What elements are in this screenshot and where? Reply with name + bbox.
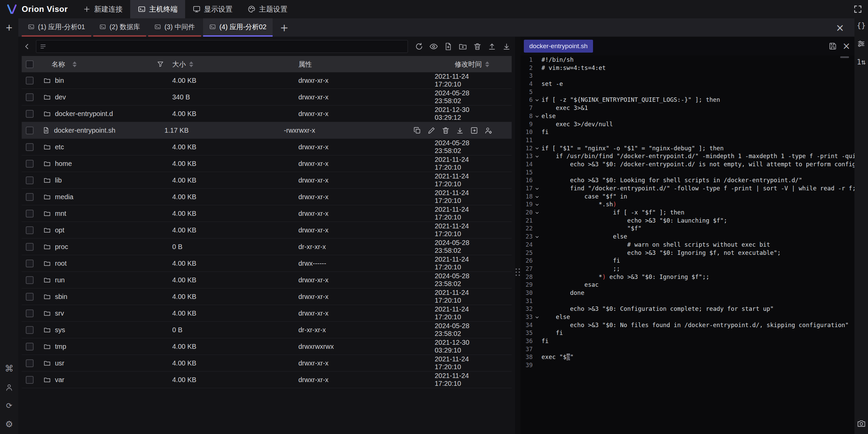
edit-icon[interactable]	[427, 126, 436, 135]
row-checkbox[interactable]	[26, 326, 34, 334]
settings-icon[interactable]: ⚙	[5, 420, 13, 429]
code-line[interactable]: 5	[520, 88, 854, 96]
code-line[interactable]: 1#!/bin/sh	[520, 56, 854, 64]
code-line[interactable]: 23 else	[520, 233, 854, 241]
row-checkbox[interactable]	[26, 176, 34, 184]
splitter-handle-icon[interactable]	[516, 268, 520, 276]
menu-theme-settings[interactable]: 主题设置	[240, 0, 295, 18]
file-row-bin[interactable]: bin4.00 KBdrwxr-xr-x2021-11-24 17:20:10	[22, 72, 512, 89]
code-line[interactable]: 15	[520, 169, 854, 177]
copy-path-icon[interactable]	[413, 126, 421, 135]
delete-icon[interactable]	[441, 126, 450, 135]
add-terminal-tab-button[interactable]: +	[275, 22, 294, 34]
row-checkbox[interactable]	[26, 276, 34, 284]
code-line[interactable]: 13 if /usr/bin/find "/docker-entrypoint.…	[520, 152, 854, 161]
fold-chevron-icon[interactable]	[533, 185, 541, 193]
row-checkbox[interactable]	[26, 77, 34, 84]
show-hidden-button[interactable]	[429, 41, 439, 52]
file-row-sbin[interactable]: sbin4.00 KBdrwxr-xr-x2021-11-24 17:20:10	[22, 288, 512, 305]
editor-close-icon[interactable]: ×	[841, 41, 852, 51]
file-row-dev[interactable]: dev340 Bdrwxr-xr-x2024-05-28 23:58:02	[22, 89, 512, 106]
fold-chevron-icon[interactable]	[533, 233, 541, 241]
file-row-proc[interactable]: proc0 Bdr-xr-xr-x2024-05-28 23:58:02	[22, 239, 512, 255]
move-icon[interactable]	[470, 126, 478, 135]
terminal-tab-1[interactable]: (1) 应用-分析01	[22, 18, 91, 37]
file-row-tmp[interactable]: tmp4.00 KBdrwxrwxrwx2021-12-30 03:29:10	[22, 338, 512, 355]
header-size[interactable]: 大小	[172, 56, 298, 72]
code-line[interactable]: 27 ;;	[520, 265, 854, 273]
code-editor[interactable]: 1#!/bin/sh2# vim:sw=4:ts=4:et34set -e56i…	[520, 55, 854, 434]
code-line[interactable]: 8else	[520, 112, 854, 120]
code-line[interactable]: 33 else	[520, 313, 854, 321]
sync-icon[interactable]: ⟳	[6, 402, 12, 410]
code-line[interactable]: 3	[520, 72, 854, 80]
file-row-var[interactable]: var4.00 KBdrwxr-xr-x2021-11-24 17:20:10	[22, 372, 512, 388]
file-row-root[interactable]: root4.00 KBdrwx------2021-11-24 17:20:10	[22, 255, 512, 272]
code-line[interactable]: 28 *) echo >&3 "$0: Ignoring $f";;	[520, 273, 854, 281]
row-checkbox[interactable]	[26, 193, 34, 201]
code-line[interactable]: 11	[520, 136, 854, 145]
fold-chevron-icon[interactable]	[533, 209, 541, 217]
header-name[interactable]: 名称	[43, 56, 172, 72]
code-line[interactable]: 22 "$f"	[520, 225, 854, 233]
fold-chevron-icon[interactable]	[533, 112, 541, 120]
row-checkbox[interactable]	[26, 127, 34, 134]
line-mode-icon[interactable]: 1⇅	[857, 58, 866, 66]
code-line[interactable]: 18 case "$f" in	[520, 193, 854, 201]
code-line[interactable]: 6if [ -z "${NGINX_ENTRYPOINT_QUIET_LOGS:…	[520, 96, 854, 104]
code-line[interactable]: 31	[520, 297, 854, 305]
file-row-run[interactable]: run4.00 KBdrwxr-xr-x2024-05-28 23:58:02	[22, 272, 512, 288]
file-row-srv[interactable]: srv4.00 KBdrwxr-xr-x2021-11-24 17:20:10	[22, 305, 512, 322]
delete-button[interactable]	[472, 41, 482, 52]
terminal-tab-4[interactable]: (4) 应用-分析02	[203, 18, 273, 37]
row-checkbox[interactable]	[26, 359, 34, 367]
code-line[interactable]: 12if [ "$1" = "nginx" -o "$1" = "nginx-d…	[520, 145, 854, 153]
code-line[interactable]: 19 *.sh)	[520, 201, 854, 209]
code-line[interactable]: 14 echo >&3 "$0: /docker-entrypoint.d/ i…	[520, 161, 854, 169]
row-checkbox[interactable]	[26, 93, 34, 101]
code-line[interactable]: 37	[520, 345, 854, 354]
row-checkbox[interactable]	[26, 160, 34, 168]
file-row-usr[interactable]: usr4.00 KBdrwxr-xr-x2021-11-24 17:20:10	[22, 355, 512, 372]
row-checkbox[interactable]	[26, 343, 34, 351]
download-icon[interactable]	[456, 126, 464, 135]
fold-chevron-icon[interactable]	[533, 201, 541, 209]
code-line[interactable]: 21 echo >&3 "$0: Launching $f";	[520, 217, 854, 225]
row-checkbox[interactable]	[26, 243, 34, 251]
shortcuts-icon[interactable]: ⌘	[5, 364, 14, 373]
code-line[interactable]: 4set -e	[520, 80, 854, 88]
code-line[interactable]: 29 esac	[520, 281, 854, 289]
row-checkbox[interactable]	[26, 226, 34, 234]
file-row-etc[interactable]: etc4.00 KBdrwxr-xr-x2024-05-28 23:58:02	[22, 139, 512, 155]
path-list-icon[interactable]	[40, 43, 46, 50]
screenshot-camera-icon[interactable]	[857, 419, 866, 428]
path-input[interactable]	[49, 43, 404, 50]
save-icon[interactable]	[828, 42, 837, 51]
editor-file-tab[interactable]: docker-entrypoint.sh	[524, 40, 593, 53]
code-line[interactable]: 39	[520, 361, 854, 370]
tabbar-close-icon[interactable]: ×	[836, 22, 844, 34]
row-checkbox[interactable]	[26, 293, 34, 301]
row-checkbox[interactable]	[26, 309, 34, 317]
chmod-icon[interactable]	[484, 126, 493, 135]
fold-chevron-icon[interactable]	[533, 145, 541, 153]
terminal-tab-2[interactable]: (2) 数据库	[93, 18, 146, 37]
fold-chevron-icon[interactable]	[533, 96, 541, 104]
file-row-sys[interactable]: sys0 Bdr-xr-xr-x2024-05-28 23:58:02	[22, 322, 512, 338]
file-row-docker-entrypoint.sh[interactable]: docker-entrypoint.sh1.17 KB-rwxrwxr-x	[22, 122, 512, 139]
upload-button[interactable]	[487, 41, 497, 52]
user-icon[interactable]	[5, 383, 14, 392]
row-checkbox[interactable]	[26, 376, 34, 384]
format-braces-icon[interactable]: {}	[857, 22, 866, 29]
file-row-mnt[interactable]: mnt4.00 KBdrwxr-xr-x2021-11-24 17:20:10	[22, 205, 512, 222]
filter-funnel-icon[interactable]	[157, 60, 164, 68]
fold-chevron-icon[interactable]	[533, 313, 541, 321]
select-all-checkbox[interactable]	[26, 60, 34, 68]
file-row-opt[interactable]: opt4.00 KBdrwxr-xr-x2021-11-24 17:20:10	[22, 222, 512, 239]
new-file-button[interactable]	[443, 41, 453, 52]
code-line[interactable]: 26 fi	[520, 257, 854, 265]
refresh-button[interactable]	[414, 41, 424, 52]
fullscreen-icon[interactable]	[853, 4, 863, 14]
fold-chevron-icon[interactable]	[533, 152, 541, 161]
code-line[interactable]: 9 exec 3>/dev/null	[520, 120, 854, 129]
